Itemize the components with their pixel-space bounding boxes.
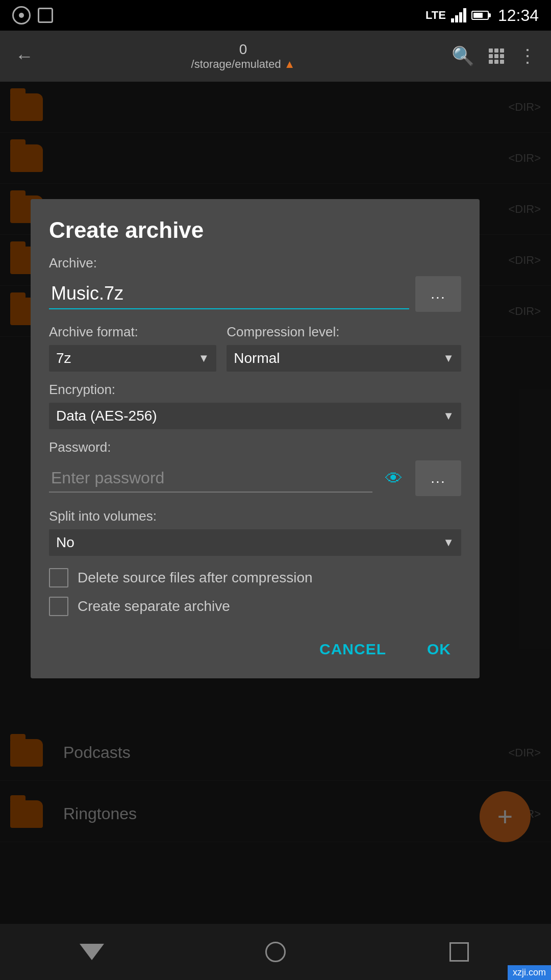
archive-name-row: ... [49,276,461,312]
encryption-dropdown-icon: ▼ [443,409,454,423]
compression-dropdown-icon: ▼ [443,352,454,365]
path-text: /storage/emulated [191,58,281,71]
toggle-password-button[interactable]: 👁 [379,463,409,494]
browse-dots-icon: ... [431,286,445,302]
archive-name-input[interactable] [49,279,409,309]
split-volumes-value: No [56,534,443,551]
password-input[interactable] [49,464,372,493]
search-icon[interactable]: 🔍 [447,41,479,71]
dialog-buttons: CANCEL OK [49,628,461,666]
item-count: 0 [239,41,247,58]
password-browse-dots-icon: ... [431,470,445,486]
file-list-background: <DIR> <DIR> <DIR> <DIR> <DIR> Create arc… [0,82,551,924]
password-label: Password: [49,439,461,455]
toolbar-path-area: 0 /storage/emulated ▲ [49,41,437,71]
cancel-button[interactable]: CANCEL [309,632,396,666]
more-options-icon[interactable]: ⋮ [514,41,541,71]
nav-recents-button[interactable] [429,934,490,970]
eye-icon: 👁 [385,469,403,488]
path-arrow-icon: ▲ [284,58,295,71]
archive-browse-button[interactable]: ... [415,276,461,312]
signal-icon [451,8,466,22]
nav-back-icon [80,944,104,960]
archive-format-group: Archive format: 7z ▼ [49,324,216,372]
nav-recents-icon [449,942,469,962]
archive-label: Archive: [49,255,461,271]
encryption-section: Encryption: Data (AES-256) ▼ [49,382,461,429]
grid-view-icon[interactable] [489,48,504,64]
current-path: /storage/emulated ▲ [191,58,295,71]
archive-format-label: Archive format: [49,324,216,340]
delete-source-row: Delete source files after compression [49,568,461,587]
volumes-section: Split into volumes: No ▼ [49,508,461,556]
dialog-title: Create archive [49,217,461,243]
password-section: Password: 👁 ... [49,439,461,496]
status-time: 12:34 [498,6,539,25]
back-button[interactable]: ← [10,40,39,72]
compression-group: Compression level: Normal ▼ [227,324,461,372]
ok-button[interactable]: OK [417,632,461,666]
password-browse-button[interactable]: ... [415,460,461,496]
sim-icon [38,8,53,23]
split-dropdown-icon: ▼ [443,536,454,549]
format-dropdown-icon: ▼ [198,352,210,365]
encryption-value: Data (AES-256) [56,408,443,424]
create-separate-row: Create separate archive [49,597,461,616]
lte-label: LTE [425,9,446,22]
navigation-bar [0,924,551,980]
delete-source-label: Delete source files after compression [78,570,313,586]
archive-format-value: 7z [56,350,198,366]
encryption-label: Encryption: [49,382,461,398]
nav-back-button[interactable] [61,934,122,970]
format-compression-row: Archive format: 7z ▼ Compression level: … [49,324,461,372]
status-bar: LTE 12:34 [0,0,551,31]
status-bar-left [12,6,53,24]
nav-home-button[interactable] [245,934,306,970]
create-separate-label: Create separate archive [78,598,230,615]
split-volumes-select[interactable]: No ▼ [49,529,461,556]
compression-select[interactable]: Normal ▼ [227,345,461,372]
create-separate-checkbox[interactable] [49,597,68,616]
watermark: xzji.com [508,965,551,980]
notification-icon [12,6,31,24]
nav-home-icon [265,942,286,962]
create-archive-dialog: Create archive Archive: ... Archive form… [31,199,480,678]
password-row: 👁 ... [49,460,461,496]
split-volumes-label: Split into volumes: [49,508,461,524]
battery-icon [471,11,489,20]
app-toolbar: ← 0 /storage/emulated ▲ 🔍 ⋮ [0,31,551,82]
compression-label: Compression level: [227,324,461,340]
encryption-select[interactable]: Data (AES-256) ▼ [49,403,461,429]
archive-format-select[interactable]: 7z ▼ [49,345,216,372]
toolbar-actions: 🔍 ⋮ [447,41,541,71]
compression-value: Normal [234,350,443,366]
delete-source-checkbox[interactable] [49,568,68,587]
status-bar-right: LTE 12:34 [425,6,539,25]
